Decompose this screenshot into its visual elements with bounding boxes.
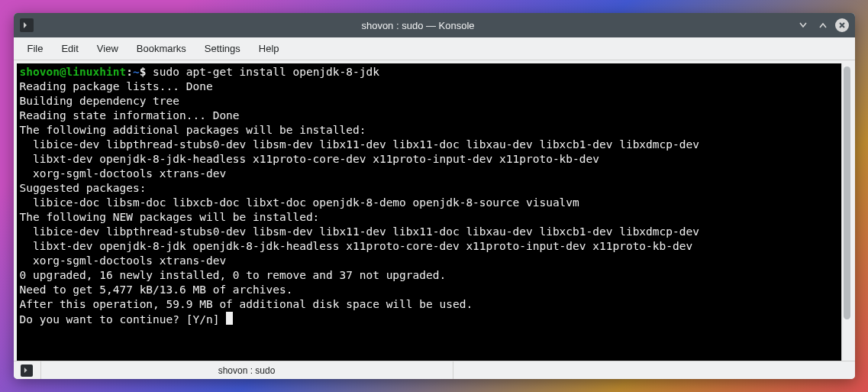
prompt-command: sudo apt-get install openjdk-8-jdk: [146, 66, 379, 78]
prompt-user-host: shovon@linuxhint: [20, 66, 127, 78]
terminal[interactable]: shovon@linuxhint:~$ sudo apt-get install…: [17, 63, 841, 361]
terminal-line: libxt-dev openjdk-8-jdk-headless x11prot…: [20, 153, 600, 165]
terminal-line: The following NEW packages will be insta…: [20, 211, 320, 223]
window-title: shovon : sudo — Konsole: [41, 20, 795, 31]
new-tab-button[interactable]: [14, 361, 41, 379]
menu-file[interactable]: File: [20, 40, 51, 57]
terminal-line: libice-dev libpthread-stubs0-dev libsm-d…: [20, 138, 699, 151]
terminal-line: Building dependency tree: [20, 95, 227, 107]
close-button[interactable]: [835, 18, 849, 32]
prompt-path: ~: [133, 66, 140, 78]
maximize-button[interactable]: [815, 18, 831, 33]
app-icon: [20, 18, 34, 32]
terminal-line: libice-dev libpthread-stubs0-dev libsm-d…: [20, 225, 699, 238]
scrollbar-thumb[interactable]: [844, 66, 850, 319]
terminal-line: libxt-dev openjdk-8-jdk openjdk-8-jdk-he…: [20, 240, 693, 252]
menu-edit[interactable]: Edit: [53, 40, 86, 57]
terminal-line: xorg-sgml-doctools xtrans-dev: [20, 167, 227, 180]
terminal-line: xorg-sgml-doctools xtrans-dev: [20, 254, 227, 267]
konsole-window: shovon : sudo — Konsole File Edit View B…: [14, 13, 855, 379]
terminal-line: Reading state information... Done: [20, 109, 240, 121]
menu-help[interactable]: Help: [251, 40, 287, 57]
minimize-button[interactable]: [795, 18, 811, 33]
tab[interactable]: shovon : sudo: [41, 361, 453, 379]
terminal-line: After this operation, 59.9 MB of additio…: [20, 298, 473, 310]
terminal-line: libice-doc libsm-doc libxcb-doc libxt-do…: [20, 196, 579, 209]
titlebar[interactable]: shovon : sudo — Konsole: [14, 13, 855, 37]
prompt-colon: :: [126, 66, 133, 78]
cursor: [226, 312, 233, 325]
menubar: File Edit View Bookmarks Settings Help: [14, 37, 855, 60]
menu-settings[interactable]: Settings: [197, 40, 248, 57]
menu-bookmarks[interactable]: Bookmarks: [129, 40, 194, 57]
menu-view[interactable]: View: [89, 40, 126, 57]
tabbar: shovon : sudo: [14, 361, 855, 379]
terminal-line: Suggested packages:: [20, 182, 147, 194]
terminal-line: Reading package lists... Done: [20, 80, 213, 92]
scrollbar[interactable]: [841, 63, 852, 361]
terminal-line: The following additional packages will b…: [20, 124, 366, 136]
prompt-icon: [21, 364, 33, 377]
tab-label: shovon : sudo: [218, 365, 276, 376]
terminal-line: Do you want to continue? [Y/n]: [20, 313, 227, 326]
terminal-line: Need to get 5,477 kB/13.6 MB of archives…: [20, 283, 293, 296]
terminal-line: 0 upgraded, 16 newly installed, 0 to rem…: [20, 269, 447, 281]
